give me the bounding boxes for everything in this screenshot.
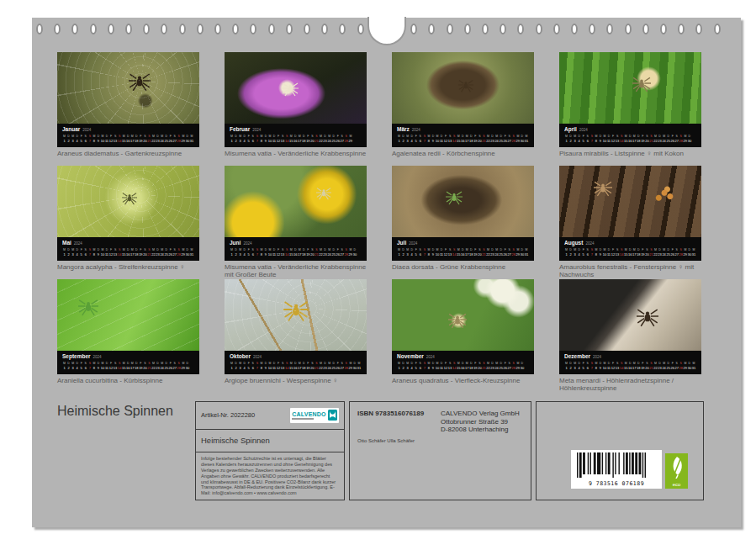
year-label: 2024: [93, 355, 102, 359]
publisher-line: CALVENDO Verlag GmbH: [441, 410, 520, 418]
strip-header: Januar2024: [62, 126, 194, 132]
day-cell: M31: [524, 248, 528, 257]
strip-header: September2024: [62, 353, 194, 359]
binding-hole: [678, 24, 685, 34]
publisher-line: D-82008 Unterhaching: [441, 426, 520, 434]
year-label: 2024: [579, 128, 588, 132]
binding-hole: [54, 24, 61, 34]
days-row: M1D2M3D4F5S6S7M8D9M10D11F12S13S14M15D16M…: [230, 362, 362, 370]
photo-maerz: [392, 52, 534, 124]
calendar-thumb-mai: Mai2024M1D2M3D4F5S6S7M8D9M10D11F12S13S14…: [57, 166, 199, 279]
spider-illustration: [458, 77, 473, 93]
spider-illustration: [283, 297, 309, 322]
days-row: M1D2M3D4F5S6S7M8D9M10D11F12S13S14M15D16M…: [564, 135, 696, 143]
calendar-strip-februar: Februar2024M1D2M3D4F5S6S7M8D9M10D11F12S1…: [225, 124, 367, 147]
day-cell: M31: [357, 362, 361, 370]
year-label: 2024: [82, 128, 91, 132]
calendar-strip-september: September2024M1D2M3D4F5S6S7M8D9M10D11F12…: [57, 351, 199, 374]
publisher-info-panel: Artikel-Nr. 2022280 CALVENDO Heimische S…: [195, 401, 704, 500]
calendar-strip-juni: Juni2024M1D2M3D4F5S6S7M8D9M10D11F12S13S1…: [225, 237, 367, 261]
binding-hole: [660, 24, 667, 34]
strip-header: November2024: [397, 353, 529, 359]
month-label: Dezember: [564, 353, 590, 359]
photo-caption: Diaea dorsata - Grüne Krabbenspinne: [392, 263, 534, 271]
series-title-row: Heimische Spinnen: [196, 429, 344, 452]
calvendo-logo-text: CALVENDO: [292, 411, 325, 417]
binding-hole: [214, 24, 221, 34]
photo-juli: [392, 166, 534, 237]
strip-header: Oktober2024: [230, 353, 362, 359]
calendar-strip-dezember: Dezember2024M1D2M3D4F5S6S7M8D9M10D11F12S…: [559, 351, 701, 374]
binding-hole: [589, 24, 595, 34]
strip-header: März2024: [397, 126, 529, 132]
calendar-thumb-dezember: Dezember2024M1D2M3D4F5S6S7M8D9M10D11F12S…: [559, 279, 701, 393]
photo-caption: Misumena vatia - Veränderliche Krabbensp…: [225, 150, 367, 157]
binding-hole: [125, 24, 132, 34]
binding-hole: [714, 24, 721, 34]
calendar-strip-oktober: Oktober2024M1D2M3D4F5S6S7M8D9M10D11F12S1…: [225, 351, 367, 374]
calendar-thumb-april: April2024M1D2M3D4F5S6S7M8D9M10D11F12S13S…: [559, 52, 701, 166]
eco-label: eco: [673, 482, 681, 487]
barcode-box: 9 783516 076189 eco: [536, 401, 704, 500]
month-label: April: [564, 126, 577, 132]
spider-illustration: [122, 190, 137, 205]
isbn-publisher-box: ISBN 9783516076189 CALVENDO Verlag GmbH …: [349, 401, 531, 500]
article-number: Artikel-Nr. 2022280: [201, 411, 255, 419]
day-cell: M31: [691, 362, 695, 370]
day-cell: M29: [348, 135, 352, 143]
photo-caption: Araneus quadratus - Vierfleck-Kreuzspinn…: [392, 377, 534, 384]
isbn-number: ISBN 9783516076189: [357, 410, 424, 417]
day-cell: M31: [524, 135, 528, 143]
binding-hole: [179, 24, 186, 34]
year-label: 2024: [409, 241, 417, 246]
calendar-thumb-februar: Februar2024M1D2M3D4F5S6S7M8D9M10D11F12S1…: [225, 52, 367, 166]
month-label: Oktober: [230, 353, 251, 359]
photo-caption: Misumena vatia - Veränderliche Krabbensp…: [225, 263, 367, 278]
binding-hole: [464, 24, 471, 34]
binding-hole: [321, 24, 328, 34]
binding-hole: [500, 24, 506, 34]
month-label: März: [397, 126, 410, 132]
month-label: Mai: [62, 240, 71, 246]
spider-illustration: [446, 188, 463, 205]
binding-hole: [428, 24, 435, 34]
photo-caption: Argiope bruennichi - Wespenspinne ♀: [225, 377, 367, 384]
days-row: M1D2M3D4F5S6S7M8D9M10D11F12S13S14M15D16M…: [397, 135, 529, 143]
strip-header: Juni2024: [230, 240, 362, 246]
calendar-title: Heimische Spinnen: [57, 404, 173, 419]
thumb-notch-cutout: [367, 17, 406, 45]
day-cell: D30: [520, 362, 524, 370]
calendar-thumb-august: August2024M1D2M3D4F5S6S7M8D9M10D11F12S13…: [559, 166, 701, 279]
binding-hole: [36, 24, 43, 34]
month-label: Juli: [397, 240, 406, 246]
publisher-address: CALVENDO Verlag GmbH Ottobrunner Straße …: [441, 410, 520, 434]
spider-illustration: [448, 310, 467, 329]
binding-hole: [197, 24, 204, 34]
photo-oktober: [225, 279, 367, 351]
calendar-strip-mai: Mai2024M1D2M3D4F5S6S7M8D9M10D11F12S13S14…: [57, 237, 199, 261]
binding-hole: [232, 24, 239, 34]
calendar-thumb-januar: Januar2024M1D2M3D4F5S6S7M8D9M10D11F12S13…: [57, 52, 199, 166]
binding-hole: [553, 24, 560, 34]
binding-hole: [161, 24, 167, 34]
calendar-thumb-september: September2024M1D2M3D4F5S6S7M8D9M10D11F12…: [57, 279, 199, 393]
photo-mai: [57, 166, 199, 237]
binding-hole: [482, 24, 489, 34]
binding-hole: [357, 24, 364, 34]
photo-caption: Araneus diadematus - Gartenkreuzspinne: [57, 150, 199, 157]
month-label: Juni: [230, 240, 241, 246]
calendar-thumb-juli: Juli2024M1D2M3D4F5S6S7M8D9M10D11F12S13S1…: [392, 166, 534, 279]
year-label: 2024: [593, 355, 601, 359]
year-label: 2024: [426, 355, 435, 359]
photo-caption: Mangora acalypha - Streifenkreuzspinne ♀: [57, 263, 199, 271]
binding-hole: [606, 24, 613, 34]
binding-hole: [571, 24, 578, 34]
calendar-strip-august: August2024M1D2M3D4F5S6S7M8D9M10D11F12S13…: [559, 237, 701, 261]
binding-hole: [250, 24, 256, 34]
days-row: M1D2M3D4F5S6S7M8D9M10D11F12S13S14M15D16M…: [564, 362, 696, 370]
binding-hole: [268, 24, 275, 34]
binding-hole: [71, 24, 78, 34]
calvendo-logo-text-wrap: CALVENDO: [292, 411, 325, 420]
binding-hole: [108, 24, 114, 34]
year-label: 2024: [252, 128, 261, 132]
